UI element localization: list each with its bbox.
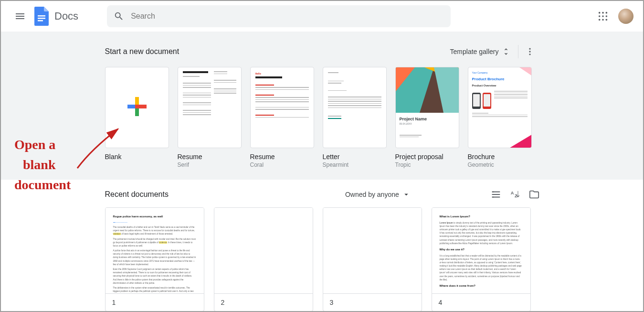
recent-section: Recent documents Owned by anyone AZ xyxy=(1,180,643,312)
owned-by-label: Owned by anyone xyxy=(345,191,399,198)
template-subtitle: Serif xyxy=(178,161,242,168)
recent-doc-1[interactable]: Rogue police harm economy, as well ━━ ──… xyxy=(105,207,204,312)
svg-point-5 xyxy=(606,12,608,14)
templates-section: Start a new document Template gallery xyxy=(1,32,643,180)
doc-subheading: Why do we use it? xyxy=(440,247,523,252)
svg-point-8 xyxy=(606,15,608,17)
svg-rect-16 xyxy=(135,108,139,116)
file-picker-button[interactable] xyxy=(529,189,539,200)
template-resume-coral[interactable]: Hello Resume xyxy=(250,67,314,168)
dropdown-arrow-icon xyxy=(402,190,411,199)
doc-subheading-2: Where does it come from? xyxy=(440,284,523,289)
recent-doc-label: 1 xyxy=(106,294,204,311)
recent-thumb: Rogue police harm economy, as well ━━ ──… xyxy=(106,208,204,294)
search-bar[interactable] xyxy=(107,5,451,27)
svg-text:A: A xyxy=(510,191,514,195)
svg-point-13 xyxy=(529,51,530,52)
recent-doc-4[interactable]: What is Lorem Ipsum? Lorem Ipsum is simp… xyxy=(432,207,531,312)
app-title: Docs xyxy=(54,10,78,22)
svg-point-12 xyxy=(529,48,530,50)
folder-icon xyxy=(529,189,539,200)
template-brochure[interactable]: Your Company Product Brochure Product Ov… xyxy=(468,67,532,168)
template-thumb xyxy=(323,67,387,148)
svg-point-10 xyxy=(602,19,604,21)
recent-thumb xyxy=(214,208,313,294)
docs-logo-icon xyxy=(33,8,51,25)
account-avatar[interactable] xyxy=(616,7,635,26)
template-thumb: Hello xyxy=(250,67,314,148)
main-menu-button[interactable] xyxy=(9,5,32,28)
template-name: Letter xyxy=(323,153,387,161)
svg-point-4 xyxy=(602,12,604,14)
search-input[interactable] xyxy=(131,12,444,21)
recent-thumb: What is Lorem Ipsum? Lorem Ipsum is simp… xyxy=(432,208,530,294)
svg-rect-1 xyxy=(38,18,45,19)
svg-rect-27 xyxy=(492,197,494,198)
svg-rect-25 xyxy=(492,192,494,193)
proposal-thumb-title: Project Name xyxy=(400,117,455,121)
divider xyxy=(518,45,518,58)
unfold-icon xyxy=(502,47,510,56)
template-letter-spearmint[interactable]: Letter Spearmint xyxy=(323,67,387,168)
template-subtitle: Geometric xyxy=(468,161,532,168)
svg-rect-17 xyxy=(127,105,136,108)
recent-doc-label: 3 xyxy=(323,294,422,311)
svg-point-7 xyxy=(602,15,604,17)
recent-doc-3[interactable]: 3 xyxy=(323,207,422,312)
hamburger-icon xyxy=(14,11,26,22)
owned-by-dropdown[interactable]: Owned by anyone xyxy=(345,190,411,199)
doc-heading: What is Lorem Ipsum? xyxy=(440,215,523,219)
svg-rect-19 xyxy=(135,105,139,108)
sort-button[interactable]: AZ xyxy=(510,189,520,200)
template-gallery-button[interactable]: Template gallery xyxy=(444,44,516,59)
template-blank-thumb xyxy=(105,67,169,148)
template-name: Project proposal xyxy=(395,153,459,161)
start-new-doc-title: Start a new document xyxy=(105,47,179,56)
recent-documents-title: Recent documents xyxy=(105,190,169,199)
svg-point-11 xyxy=(606,19,608,21)
templates-more-button[interactable] xyxy=(520,42,539,61)
svg-rect-26 xyxy=(492,194,494,195)
search-icon xyxy=(114,11,124,22)
list-view-icon xyxy=(491,189,501,200)
recent-doc-label: 4 xyxy=(432,294,530,311)
more-vert-icon xyxy=(525,47,535,56)
svg-rect-0 xyxy=(38,15,45,17)
list-view-button[interactable] xyxy=(491,189,501,200)
apps-grid-icon xyxy=(598,11,608,22)
template-subtitle: Coral xyxy=(250,161,314,168)
template-subtitle: Spearmint xyxy=(323,161,387,168)
doc-heading: Rogue police harm economy, as well xyxy=(113,215,196,219)
recent-doc-label: 2 xyxy=(214,294,313,311)
recent-thumb xyxy=(323,208,422,294)
template-name: Resume xyxy=(250,153,314,161)
template-blank[interactable]: Blank xyxy=(105,67,169,168)
recent-doc-2[interactable]: 2 xyxy=(214,207,313,312)
brochure-overview: Product Overview xyxy=(472,84,528,87)
template-name: Brochure xyxy=(468,153,532,161)
template-project-proposal[interactable]: Project Name 09.04.20XX Project proposal… xyxy=(395,67,459,168)
sort-az-icon: AZ xyxy=(510,189,520,200)
svg-rect-18 xyxy=(138,105,147,108)
svg-rect-15 xyxy=(135,97,139,106)
svg-point-9 xyxy=(599,19,601,21)
template-name: Resume xyxy=(178,153,242,161)
template-thumb: Your Company Product Brochure Product Ov… xyxy=(468,67,532,148)
template-thumb: Project Name 09.04.20XX xyxy=(395,67,459,148)
google-apps-button[interactable] xyxy=(593,7,612,26)
template-name: Blank xyxy=(105,153,169,161)
plus-icon xyxy=(126,95,148,120)
template-thumb xyxy=(178,67,242,148)
svg-point-14 xyxy=(529,54,530,55)
app-header: Docs xyxy=(1,1,643,32)
template-resume-serif[interactable]: Resume Serif xyxy=(178,67,242,168)
svg-point-3 xyxy=(599,12,601,14)
svg-rect-2 xyxy=(38,20,43,22)
logo-area[interactable]: Docs xyxy=(33,8,78,25)
template-subtitle: Tropic xyxy=(395,161,459,168)
brochure-title: Product Brochure xyxy=(472,77,528,81)
template-gallery-label: Template gallery xyxy=(450,48,499,55)
svg-point-6 xyxy=(599,15,601,17)
avatar-image xyxy=(618,9,633,24)
